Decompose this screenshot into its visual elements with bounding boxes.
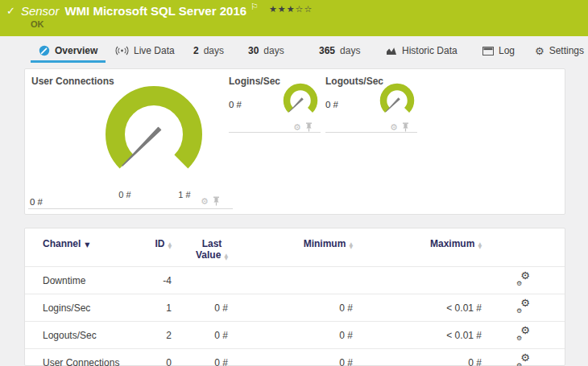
gear-icon: ⚙ <box>535 46 545 56</box>
channel-maximum: 0 # <box>353 357 482 366</box>
sensor-header: ✓ Sensor WMI Microsoft SQL Server 2016 ⚐… <box>0 0 588 36</box>
tab-label: Live Data <box>134 45 175 56</box>
gauges-panel: User Connections 0 # 1 # 0 # ⚙ Logins/Se… <box>24 68 565 215</box>
tab-2-days[interactable]: 2 days <box>193 43 224 58</box>
mini-gauge-title: Logins/Sec <box>229 76 280 87</box>
column-header-channel[interactable]: Channel▼ <box>25 238 152 249</box>
sensor-tabbar: Overview Live Data 2 days 30 days 365 da… <box>0 36 588 64</box>
primary-gauge-value: 0 # <box>30 197 43 207</box>
mini-gauge-logins: Logins/Sec 0 # ⚙ <box>229 69 321 214</box>
channel-minimum: 0 # <box>228 357 353 366</box>
tab-label: Settings <box>549 45 584 56</box>
channel-name[interactable]: User Connections <box>25 357 152 366</box>
tab-overview[interactable]: Overview <box>31 43 106 58</box>
mini-gauge-value: 0 # <box>325 100 338 109</box>
channel-settings-icon[interactable]: ⚙⚙ <box>516 327 530 340</box>
log-icon <box>482 47 494 56</box>
channel-last-value: 0 # <box>172 330 228 341</box>
divider <box>325 132 417 133</box>
channel-id: -4 <box>152 275 172 286</box>
table-row-user-connections[interactable]: User Connections 0 0 # 0 # 0 # ⚙⚙ <box>25 348 565 366</box>
gauge-settings-icon[interactable]: ⚙ <box>201 197 209 206</box>
flag-icon[interactable]: ⚐ <box>251 2 259 12</box>
mini-gauge-title: Logouts/Sec <box>325 76 383 87</box>
tab-365-days[interactable]: 365 days <box>319 43 360 58</box>
sort-icon: ▲▼ <box>478 242 482 249</box>
divider <box>28 208 233 209</box>
channel-minimum: 0 # <box>228 330 353 341</box>
channel-last-value: 0 # <box>172 357 228 366</box>
tab-label: Overview <box>55 45 97 56</box>
sensor-status-badge: OK <box>0 18 588 29</box>
tab-number: 2 <box>193 45 199 56</box>
table-row-downtime[interactable]: Downtime -4 ⚙⚙ <box>25 266 565 294</box>
tab-number: 30 <box>248 45 259 56</box>
column-header-maximum[interactable]: Maximum▲▼ <box>353 238 482 249</box>
sort-icon: ▲▼ <box>224 253 228 260</box>
channel-id: 2 <box>152 330 172 341</box>
gauge-icon <box>39 45 50 56</box>
table-row-logouts-sec[interactable]: Logouts/Sec 2 0 # 0 # < 0.01 # ⚙⚙ <box>25 321 565 348</box>
object-kind-label: Sensor <box>21 4 60 18</box>
tab-30-days[interactable]: 30 days <box>248 43 284 58</box>
tab-label: Log <box>499 45 515 56</box>
channel-id: 0 <box>152 357 172 366</box>
tab-label: days <box>263 45 284 56</box>
table-row-logins-sec[interactable]: Logins/Sec 1 0 # 0 # < 0.01 # ⚙⚙ <box>25 294 565 321</box>
tab-log[interactable]: Log <box>482 43 515 58</box>
channel-last-value: 0 # <box>172 302 228 314</box>
tab-settings[interactable]: ⚙ Settings <box>535 43 584 58</box>
gauge-settings-icon[interactable]: ⚙ <box>293 123 301 132</box>
pin-icon[interactable] <box>213 196 220 206</box>
live-data-icon <box>115 46 129 56</box>
mini-gauge-logouts: Logouts/Sec 0 # ⚙ <box>325 69 417 214</box>
tab-label: days <box>340 45 360 56</box>
priority-stars[interactable]: ★★★☆☆ <box>269 4 313 14</box>
column-header-last-value[interactable]: Last Value▲▼ <box>172 238 228 261</box>
primary-gauge[interactable] <box>101 82 206 190</box>
historic-chart-icon <box>386 46 397 56</box>
tab-historic-data[interactable]: Historic Data <box>386 43 458 58</box>
channel-name[interactable]: Downtime <box>25 275 152 286</box>
channel-settings-icon[interactable]: ⚙⚙ <box>516 300 530 313</box>
mini-gauge-value: 0 # <box>229 100 242 109</box>
primary-gauge-scale-min: 0 # <box>109 190 141 199</box>
tab-label: days <box>204 45 224 56</box>
status-check-icon: ✓ <box>6 5 15 17</box>
pin-icon[interactable] <box>305 122 313 132</box>
table-header-row: Channel▼ ID▲▼ Last Value▲▼ Minimum▲▼ Max… <box>25 228 565 266</box>
channel-name[interactable]: Logouts/Sec <box>25 330 152 341</box>
channel-settings-icon[interactable]: ⚙⚙ <box>516 355 530 366</box>
logins-gauge[interactable] <box>282 82 319 122</box>
logouts-gauge[interactable] <box>379 82 416 122</box>
tab-live-data[interactable]: Live Data <box>115 43 175 58</box>
channel-name[interactable]: Logins/Sec <box>25 302 152 314</box>
gauge-settings-icon[interactable]: ⚙ <box>390 123 398 132</box>
channel-settings-icon[interactable]: ⚙⚙ <box>516 273 530 286</box>
sort-active-icon: ▼ <box>85 241 89 249</box>
channel-minimum: 0 # <box>228 302 353 314</box>
channel-maximum: < 0.01 # <box>353 302 482 314</box>
channel-maximum: < 0.01 # <box>353 330 482 341</box>
divider <box>229 132 321 133</box>
primary-gauge-scale-max: 1 # <box>168 190 201 199</box>
column-header-id[interactable]: ID▲▼ <box>152 238 172 249</box>
channel-id: 1 <box>152 302 172 314</box>
tab-number: 365 <box>319 45 335 56</box>
sensor-title: WMI Microsoft SQL Server 2016 <box>64 4 246 18</box>
tab-label: Historic Data <box>402 45 458 56</box>
pin-icon[interactable] <box>402 122 409 132</box>
column-header-minimum[interactable]: Minimum▲▼ <box>228 238 353 249</box>
channels-table-panel: Channel▼ ID▲▼ Last Value▲▼ Minimum▲▼ Max… <box>24 228 565 366</box>
